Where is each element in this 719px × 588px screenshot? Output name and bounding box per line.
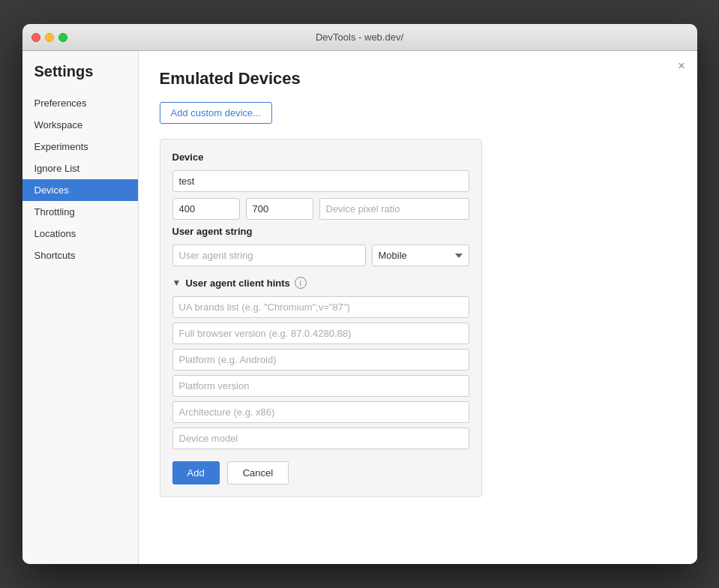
dimensions-row	[172, 198, 469, 220]
ua-string-input[interactable]	[172, 244, 366, 266]
form-actions: Add Cancel	[172, 461, 469, 484]
sidebar-heading: Settings	[22, 63, 138, 92]
close-traffic-light[interactable]	[31, 33, 40, 42]
sidebar-item-locations[interactable]: Locations	[22, 223, 138, 244]
sidebar-item-workspace[interactable]: Workspace	[22, 114, 138, 136]
devtools-window: DevTools - web.dev/ Settings Preferences…	[22, 24, 697, 564]
add-button[interactable]: Add	[172, 461, 220, 484]
main-content: × Emulated Devices Add custom device... …	[139, 51, 697, 564]
platform-version-input[interactable]	[172, 375, 469, 397]
device-name-input[interactable]	[172, 170, 469, 192]
full-browser-version-input[interactable]	[172, 322, 469, 344]
hints-info-icon[interactable]: i	[295, 277, 307, 289]
sidebar-item-experiments[interactable]: Experiments	[22, 136, 138, 158]
sidebar-item-ignore-list[interactable]: Ignore List	[22, 158, 138, 179]
sidebar-item-shortcuts[interactable]: Shortcuts	[22, 244, 138, 266]
hints-toggle-icon: ▼	[172, 278, 181, 288]
add-custom-device-button[interactable]: Add custom device...	[160, 102, 273, 124]
ua-section-label: User agent string	[172, 226, 469, 237]
height-input[interactable]	[246, 198, 313, 220]
pixel-ratio-input[interactable]	[319, 198, 469, 220]
device-form: Device User agent string Mobile Desktop	[160, 139, 482, 497]
architecture-input[interactable]	[172, 401, 469, 423]
titlebar: DevTools - web.dev/	[22, 24, 697, 51]
hints-fields	[172, 296, 469, 449]
close-button[interactable]: ×	[678, 60, 685, 72]
platform-input[interactable]	[172, 349, 469, 370]
window-body: Settings Preferences Workspace Experimen…	[22, 51, 697, 564]
hints-header[interactable]: ▼ User agent client hints i	[172, 277, 469, 289]
hints-section-label: User agent client hints	[185, 278, 289, 289]
width-input[interactable]	[172, 198, 240, 220]
cancel-button[interactable]: Cancel	[227, 461, 289, 484]
sidebar: Settings Preferences Workspace Experimen…	[22, 51, 139, 564]
ua-row: Mobile Desktop	[172, 244, 469, 266]
device-model-input[interactable]	[172, 428, 469, 449]
ua-brands-input[interactable]	[172, 296, 469, 318]
page-title: Emulated Devices	[160, 69, 676, 88]
sidebar-item-devices[interactable]: Devices	[22, 179, 138, 201]
hints-section: ▼ User agent client hints i	[172, 277, 469, 449]
sidebar-item-throttling[interactable]: Throttling	[22, 201, 138, 223]
device-section-label: Device	[172, 152, 469, 163]
minimize-traffic-light[interactable]	[45, 33, 54, 42]
sidebar-item-preferences[interactable]: Preferences	[22, 92, 138, 114]
window-title: DevTools - web.dev/	[316, 32, 403, 43]
maximize-traffic-light[interactable]	[58, 33, 67, 42]
ua-type-select[interactable]: Mobile Desktop	[372, 244, 469, 266]
traffic-lights	[31, 33, 67, 42]
